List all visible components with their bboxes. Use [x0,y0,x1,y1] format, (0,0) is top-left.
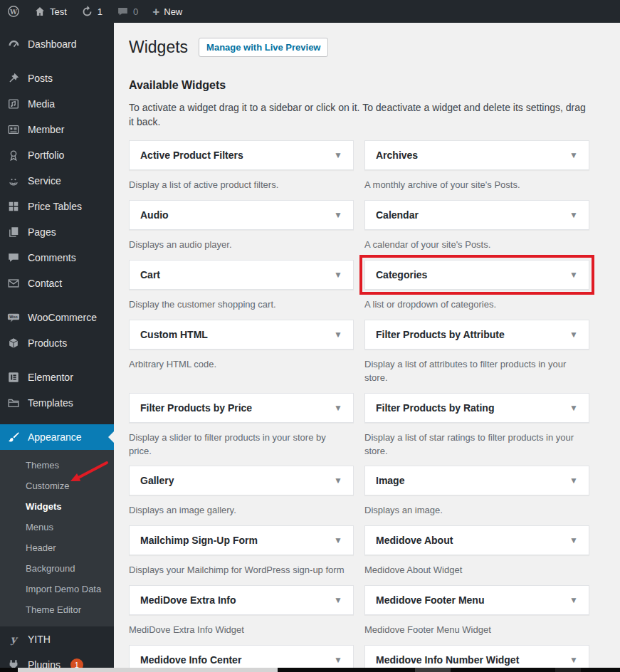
chevron-down-icon[interactable]: ▼ [569,595,578,605]
widget-box-audio[interactable]: Audio▼ [129,200,354,230]
updates-menu[interactable]: 1 [74,0,110,23]
new-content-menu[interactable]: + New [145,0,189,23]
widget-box-custom-html[interactable]: Custom HTML▼ [129,320,354,350]
sidebar-item-price-tables[interactable]: Price Tables [0,194,114,219]
sidebar-item-yith[interactable]: yYITH [0,626,114,652]
chevron-down-icon[interactable]: ▼ [334,403,342,413]
widget-box-categories[interactable]: Categories▼ [364,260,589,290]
wordpress-logo-menu[interactable]: W [0,0,27,23]
widget-title: Filter Products by Attribute [376,329,505,340]
sidebar-separator [0,416,114,424]
widget-box-medidove-extra-info[interactable]: MediDove Extra Info▼ [129,585,354,615]
sidebar-item-service[interactable]: Service [0,168,114,194]
submenu-item-background[interactable]: Background [0,558,114,579]
widget-description: Displays an image. [364,504,589,518]
widget-box-image[interactable]: Image▼ [364,466,589,495]
chevron-down-icon[interactable]: ▼ [569,150,578,160]
wordpress-icon: W [7,5,20,18]
sidebar-menu: DashboardPostsMediaMemberPortfolioServic… [0,31,114,672]
sidebar-item-woocommerce[interactable]: WooWooCommerce [0,305,114,330]
submenu-item-menus[interactable]: Menus [0,517,114,537]
taskbar-strip [0,668,620,672]
widget-box-filter-products-by-rating[interactable]: Filter Products by Rating▼ [364,393,589,423]
submenu-item-theme-editor[interactable]: Theme Editor [0,599,114,620]
sidebar-item-appearance[interactable]: Appearance [0,424,114,450]
chevron-down-icon[interactable]: ▼ [569,655,578,665]
manage-live-preview-button[interactable]: Manage with Live Preview [199,38,328,57]
widget-box-medidove-footer-menu[interactable]: Medidove Footer Menu▼ [364,585,589,615]
chevron-down-icon[interactable]: ▼ [334,150,342,160]
widget-cell-archives: Archives▼A monthly archive of your site'… [364,140,589,192]
sidebar-item-label: Portfolio [28,149,64,161]
chevron-down-icon[interactable]: ▼ [569,270,578,280]
submenu-item-header[interactable]: Header [0,537,114,558]
sidebar-item-comments[interactable]: Comments [0,245,114,271]
submenu-item-themes[interactable]: Themes [0,455,114,476]
chevron-down-icon[interactable]: ▼ [334,476,342,485]
chevron-down-icon[interactable]: ▼ [334,210,342,220]
smiley-icon [6,174,21,188]
svg-text:W: W [9,9,18,16]
chevron-down-icon[interactable]: ▼ [569,210,578,220]
widget-box-cart[interactable]: Cart▼ [129,260,354,290]
pushpin-icon [6,71,21,85]
widget-box-medidove-about[interactable]: Medidove About▼ [364,525,589,555]
sidebar-item-pages[interactable]: Pages [0,219,114,245]
submenu-item-customize[interactable]: Customize [0,476,114,496]
chevron-down-icon[interactable]: ▼ [334,595,342,605]
widget-box-archives[interactable]: Archives▼ [364,140,589,170]
widget-box-calendar[interactable]: Calendar▼ [364,200,589,230]
sidebar-item-label: Elementor [28,372,73,383]
widget-title: MediDove Extra Info [140,594,236,606]
widget-box-filter-products-by-attribute[interactable]: Filter Products by Attribute▼ [364,320,589,350]
submenu-item-widgets[interactable]: Widgets [0,496,114,517]
submenu-item-import-demo-data[interactable]: Import Demo Data [0,579,114,599]
sidebar-item-member[interactable]: Member [0,117,114,142]
sidebar-item-portfolio[interactable]: Portfolio [0,142,114,168]
chevron-down-icon[interactable]: ▼ [569,476,578,485]
chevron-down-icon[interactable]: ▼ [569,535,578,545]
widget-title: Audio [140,209,169,221]
sidebar-item-templates[interactable]: Templates [0,390,114,416]
widget-cell-filter-products-by-attribute: Filter Products by Attribute▼Display a l… [364,320,589,385]
comments-menu[interactable]: 0 [110,0,145,23]
main-content: Widgets Manage with Live Preview Availab… [114,23,620,668]
sidebar-item-posts[interactable]: Posts [0,65,114,91]
chevron-down-icon[interactable]: ▼ [334,655,342,665]
media-icon [6,97,21,111]
widget-title: Image [376,475,404,486]
sidebar-separator [0,57,114,65]
sidebar-item-dashboard[interactable]: Dashboard [0,31,114,57]
chevron-down-icon[interactable]: ▼ [569,330,578,340]
chevron-down-icon[interactable]: ▼ [334,330,342,340]
widget-title: Gallery [140,475,174,486]
dashboard-icon [6,37,21,51]
sidebar-item-elementor[interactable]: Elementor [0,364,114,390]
sidebar-item-contact[interactable]: Contact [0,271,114,296]
chevron-down-icon[interactable]: ▼ [334,535,342,545]
widget-cell-medidove-about: Medidove About▼Medidove About Widget [364,525,589,577]
widget-description: Display a list of star ratings to filter… [364,431,589,458]
sidebar-separator [0,296,114,305]
widget-cell-image: Image▼Displays an image. [364,466,589,518]
widget-description: Display a list of attributes to filter p… [364,358,589,385]
widget-description: Displays an audio player. [129,238,354,252]
widget-box-mailchimp-sign-up-form[interactable]: Mailchimp Sign-Up Form▼ [129,525,354,555]
widget-cell-filter-products-by-rating: Filter Products by Rating▼Display a list… [364,393,589,458]
widget-box-gallery[interactable]: Gallery▼ [129,466,354,495]
chevron-down-icon[interactable]: ▼ [569,403,578,413]
widget-cell-custom-html: Custom HTML▼Arbitrary HTML code. [129,320,354,385]
sidebar-item-products[interactable]: Products [0,330,114,356]
comment-icon [6,251,21,265]
widget-box-filter-products-by-price[interactable]: Filter Products by Price▼ [129,393,354,423]
sidebar-item-media[interactable]: Media [0,91,114,117]
widget-description: Arbitrary HTML code. [129,358,354,372]
sidebar-item-label: Comments [28,252,76,263]
widget-box-active-product-filters[interactable]: Active Product Filters▼ [129,140,354,170]
sidebar-item-label: WooCommerce [28,312,97,323]
widget-description: Displays your Mailchimp for WordPress si… [129,564,354,577]
yith-icon: y [6,632,21,646]
widget-title: Filter Products by Price [140,402,252,414]
chevron-down-icon[interactable]: ▼ [334,270,342,280]
site-menu[interactable]: Test [27,0,74,23]
